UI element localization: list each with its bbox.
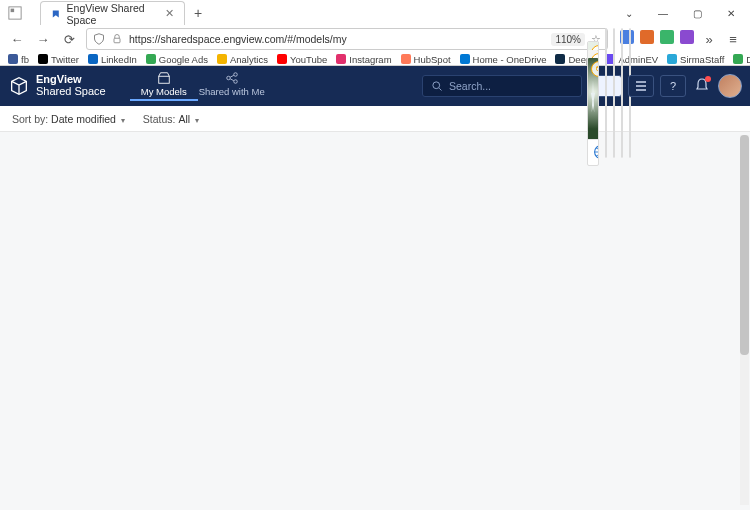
browser-tab[interactable]: EngView Shared Space ✕	[40, 1, 185, 25]
svg-rect-3	[158, 76, 169, 83]
search-input[interactable]: Search...	[422, 75, 582, 97]
url-text: https://sharedspace.engview.com/#/models…	[129, 33, 545, 45]
lock-icon	[111, 33, 123, 45]
search-placeholder: Search...	[449, 80, 491, 92]
model-card[interactable]: 12 pack beer box •••	[605, 49, 607, 158]
forward-button[interactable]: →	[34, 30, 52, 48]
bookmark-item[interactable]: LinkedIn	[88, 54, 137, 65]
model-badge	[591, 61, 599, 77]
back-button[interactable]: ←	[8, 30, 26, 48]
model-card[interactable]: Oatsbar Display •••	[613, 49, 615, 158]
bookmark-icon	[217, 54, 227, 64]
model-card[interactable]: Snowflake •••	[587, 57, 599, 166]
bookmark-label: fb	[21, 54, 29, 65]
svg-rect-2	[114, 38, 120, 43]
status-filter[interactable]: Status: All ▾	[143, 113, 199, 125]
model-footer: 12 pack beer box •••	[606, 131, 607, 157]
search-icon	[431, 80, 443, 92]
sort-by[interactable]: Sort by: Date modified ▾	[12, 113, 125, 125]
bookmark-label: Analytics	[230, 54, 268, 65]
models-scroll[interactable]	[0, 132, 750, 510]
tab-label: Shared with Me	[199, 86, 265, 97]
bookmark-icon	[88, 54, 98, 64]
bookmark-item[interactable]: Drupa 2024 - Google S...	[733, 54, 750, 65]
svg-point-5	[233, 73, 237, 77]
bookmark-icon	[555, 54, 565, 64]
bookmark-icon	[667, 54, 677, 64]
hamburger-icon[interactable]: ≡	[724, 30, 742, 48]
header-actions: Beach ••• Beach Tray ••• Desk organizer …	[596, 74, 742, 98]
filter-bar: Sort by: Date modified ▾ Status: All ▾	[0, 106, 750, 132]
bookmark-item[interactable]: HubSpot	[401, 54, 451, 65]
svg-rect-1	[11, 9, 15, 13]
bookmark-icon	[733, 54, 743, 64]
status-value: All	[178, 113, 190, 125]
notification-dot	[705, 76, 711, 82]
tab-close-icon[interactable]: ✕	[165, 7, 174, 20]
globe-icon	[593, 144, 599, 160]
sort-value: Date modified	[51, 113, 116, 125]
dropdown-icon[interactable]: ⌄	[612, 2, 646, 24]
bookmark-icon	[8, 54, 18, 64]
model-footer: Oatsbar Display •••	[614, 131, 615, 157]
bookmark-item[interactable]: Home - OneDrive	[460, 54, 547, 65]
view-grid-button[interactable]: Beach ••• Beach Tray ••• Desk organizer …	[596, 75, 622, 97]
tab-title: EngView Shared Space	[67, 2, 155, 26]
maximize-button[interactable]: ▢	[680, 2, 714, 24]
help-button[interactable]: ?	[660, 75, 686, 97]
extensions: » ≡	[620, 30, 742, 48]
zoom-level[interactable]: 110%	[551, 33, 585, 46]
ext-icon[interactable]	[680, 30, 694, 44]
scroll-thumb[interactable]	[740, 135, 749, 355]
tab-shared-with-me[interactable]: Shared with Me	[198, 71, 266, 101]
ext-icon[interactable]	[640, 30, 654, 44]
scrollbar[interactable]	[740, 135, 749, 505]
minimize-button[interactable]: ―	[646, 2, 680, 24]
ext-icon[interactable]	[660, 30, 674, 44]
tab-label: My Models	[141, 86, 187, 97]
bookmark-item[interactable]: YouTube	[277, 54, 327, 65]
model-card[interactable]: Oktoberfest Display •••	[629, 49, 631, 158]
new-tab-button[interactable]: +	[187, 5, 209, 21]
bookmark-icon	[38, 54, 48, 64]
model-card[interactable]: 12_PACK •••	[621, 49, 623, 158]
close-window-button[interactable]: ✕	[714, 2, 748, 24]
app-menu-icon[interactable]	[8, 6, 22, 20]
bookmark-item[interactable]: Instagram	[336, 54, 391, 65]
url-bar[interactable]: https://sharedspace.engview.com/#/models…	[86, 28, 608, 50]
bookmark-icon	[277, 54, 287, 64]
status-label: Status:	[143, 113, 176, 125]
model-shape	[591, 80, 595, 116]
bookmark-item[interactable]: fb	[8, 54, 29, 65]
overflow-icon[interactable]: »	[700, 30, 718, 48]
chevron-down-icon: ▾	[195, 116, 199, 125]
bookmark-icon	[401, 54, 411, 64]
bookmark-label: AdminEV	[618, 54, 658, 65]
avatar[interactable]	[718, 74, 742, 98]
app-header: EngView Shared Space My Models Shared wi…	[0, 66, 750, 106]
tab-strip: EngView Shared Space ✕ + ⌄ ― ▢ ✕	[0, 0, 750, 26]
store-icon	[157, 71, 171, 85]
reload-button[interactable]: ⟳	[60, 30, 78, 48]
bookmark-icon	[336, 54, 346, 64]
bookmark-item[interactable]: Twitter	[38, 54, 79, 65]
model-footer: Oktoberfest Display •••	[630, 131, 631, 157]
bookmark-item[interactable]: Analytics	[217, 54, 268, 65]
tab-my-models[interactable]: My Models	[130, 71, 198, 101]
svg-point-7	[433, 82, 440, 89]
bookmark-item[interactable]: Google Ads	[146, 54, 208, 65]
chevron-down-icon: ▾	[121, 116, 125, 125]
cube-icon	[595, 64, 600, 73]
bookmark-label: Twitter	[51, 54, 79, 65]
notifications-button[interactable]	[692, 77, 712, 95]
window-controls: ⌄ ― ▢ ✕	[612, 2, 748, 24]
view-list-button[interactable]	[628, 75, 654, 97]
bookmark-label: Instagram	[349, 54, 391, 65]
share-icon	[225, 71, 239, 85]
bookmark-item[interactable]: SirmaStaff	[667, 54, 724, 65]
bookmark-label: Drupa 2024 - Google S...	[746, 54, 750, 65]
address-bar-row: ← → ⟳ https://sharedspace.engview.com/#/…	[0, 26, 750, 52]
bookmarks-bar: fbTwitterLinkedInGoogle AdsAnalyticsYouT…	[0, 52, 750, 66]
nav-tabs: My Models Shared with Me	[130, 71, 266, 101]
model-thumbnail	[588, 58, 598, 139]
